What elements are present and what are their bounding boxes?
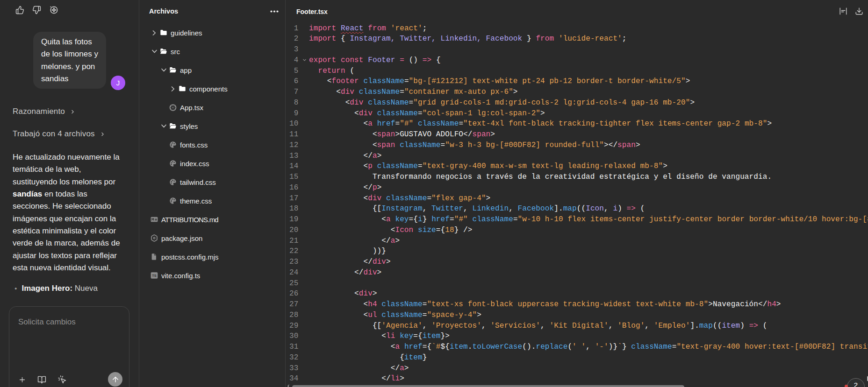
svg-text:TS: TS [152,274,156,278]
